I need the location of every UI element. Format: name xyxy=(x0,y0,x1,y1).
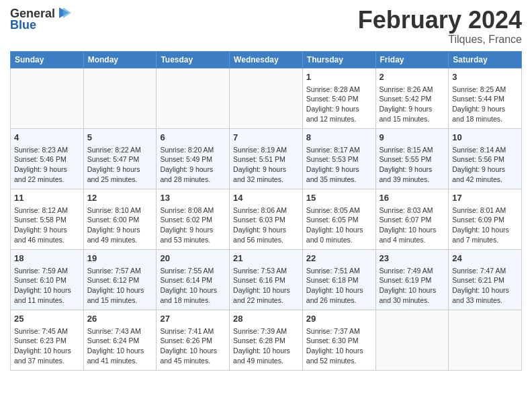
day-info: Sunrise: 8:10 AMSunset: 6:00 PMDaylight:… xyxy=(87,205,153,245)
table-row: 3Sunrise: 8:25 AMSunset: 5:44 PMDaylight… xyxy=(449,68,522,128)
page-header: General Blue February 2024 Tilques, Fran… xyxy=(10,7,522,46)
table-row: 1Sunrise: 8:28 AMSunset: 5:40 PMDaylight… xyxy=(302,68,375,128)
col-saturday: Saturday xyxy=(449,51,522,68)
day-info: Sunrise: 8:22 AMSunset: 5:47 PMDaylight:… xyxy=(87,145,153,185)
day-info: Sunrise: 8:23 AMSunset: 5:46 PMDaylight:… xyxy=(14,145,80,185)
week-row-1: 1Sunrise: 8:28 AMSunset: 5:40 PMDaylight… xyxy=(11,68,522,128)
table-row: 14Sunrise: 8:06 AMSunset: 6:03 PMDayligh… xyxy=(230,189,303,249)
table-row: 13Sunrise: 8:08 AMSunset: 6:02 PMDayligh… xyxy=(157,189,230,249)
table-row: 11Sunrise: 8:12 AMSunset: 5:58 PMDayligh… xyxy=(11,189,84,249)
week-row-3: 11Sunrise: 8:12 AMSunset: 5:58 PMDayligh… xyxy=(11,189,522,249)
table-row: 9Sunrise: 8:15 AMSunset: 5:55 PMDaylight… xyxy=(375,128,449,189)
col-tuesday: Tuesday xyxy=(157,51,230,68)
table-row: 10Sunrise: 8:14 AMSunset: 5:56 PMDayligh… xyxy=(449,128,522,189)
day-number: 2 xyxy=(380,71,445,83)
table-row: 25Sunrise: 7:45 AMSunset: 6:23 PMDayligh… xyxy=(11,310,84,370)
day-info: Sunrise: 7:53 AMSunset: 6:16 PMDaylight:… xyxy=(233,266,299,306)
col-friday: Friday xyxy=(375,51,449,68)
svg-marker-1 xyxy=(63,7,71,18)
day-number: 1 xyxy=(306,71,372,83)
day-info: Sunrise: 7:51 AMSunset: 6:18 PMDaylight:… xyxy=(306,266,372,306)
day-info: Sunrise: 7:59 AMSunset: 6:10 PMDaylight:… xyxy=(14,266,80,306)
table-row: 8Sunrise: 8:17 AMSunset: 5:53 PMDaylight… xyxy=(302,128,375,189)
day-number: 11 xyxy=(14,192,80,204)
table-row: 28Sunrise: 7:39 AMSunset: 6:28 PMDayligh… xyxy=(230,310,303,370)
day-number: 10 xyxy=(452,132,518,144)
calendar-header-row: Sunday Monday Tuesday Wednesday Thursday… xyxy=(11,51,522,68)
day-number: 29 xyxy=(306,313,372,325)
day-number: 16 xyxy=(380,192,445,204)
day-number: 20 xyxy=(160,253,226,265)
month-title: February 2024 xyxy=(358,7,522,34)
logo-blue: Blue xyxy=(10,18,36,32)
day-number: 8 xyxy=(306,132,372,144)
table-row: 18Sunrise: 7:59 AMSunset: 6:10 PMDayligh… xyxy=(11,249,84,310)
table-row: 21Sunrise: 7:53 AMSunset: 6:16 PMDayligh… xyxy=(230,249,303,310)
table-row: 6Sunrise: 8:20 AMSunset: 5:49 PMDaylight… xyxy=(157,128,230,189)
day-info: Sunrise: 7:45 AMSunset: 6:23 PMDaylight:… xyxy=(14,326,80,366)
col-thursday: Thursday xyxy=(302,51,375,68)
day-number: 7 xyxy=(233,132,299,144)
table-row xyxy=(83,68,157,128)
table-row xyxy=(449,310,522,370)
logo-icon xyxy=(56,6,71,21)
day-number: 9 xyxy=(380,132,445,144)
table-row: 17Sunrise: 8:01 AMSunset: 6:09 PMDayligh… xyxy=(449,189,522,249)
day-info: Sunrise: 7:37 AMSunset: 6:30 PMDaylight:… xyxy=(306,326,372,366)
day-info: Sunrise: 8:14 AMSunset: 5:56 PMDaylight:… xyxy=(452,145,518,185)
day-number: 18 xyxy=(14,253,80,265)
table-row xyxy=(11,68,84,128)
day-info: Sunrise: 8:25 AMSunset: 5:44 PMDaylight:… xyxy=(452,85,518,124)
day-info: Sunrise: 8:19 AMSunset: 5:51 PMDaylight:… xyxy=(233,145,299,185)
table-row: 26Sunrise: 7:43 AMSunset: 6:24 PMDayligh… xyxy=(83,310,157,370)
calendar-table: Sunday Monday Tuesday Wednesday Thursday… xyxy=(10,51,522,371)
table-row: 20Sunrise: 7:55 AMSunset: 6:14 PMDayligh… xyxy=(157,249,230,310)
table-row xyxy=(157,68,230,128)
location-title: Tilques, France xyxy=(358,34,522,46)
week-row-5: 25Sunrise: 7:45 AMSunset: 6:23 PMDayligh… xyxy=(11,310,522,370)
day-number: 5 xyxy=(87,132,153,144)
week-row-2: 4Sunrise: 8:23 AMSunset: 5:46 PMDaylight… xyxy=(11,128,522,189)
day-number: 27 xyxy=(160,313,226,325)
day-info: Sunrise: 8:20 AMSunset: 5:49 PMDaylight:… xyxy=(160,145,226,185)
table-row: 7Sunrise: 8:19 AMSunset: 5:51 PMDaylight… xyxy=(230,128,303,189)
day-number: 13 xyxy=(160,192,226,204)
title-block: February 2024 Tilques, France xyxy=(358,7,522,46)
col-wednesday: Wednesday xyxy=(230,51,303,68)
day-number: 21 xyxy=(233,253,299,265)
table-row: 4Sunrise: 8:23 AMSunset: 5:46 PMDaylight… xyxy=(11,128,84,189)
day-number: 12 xyxy=(87,192,153,204)
col-sunday: Sunday xyxy=(11,51,84,68)
day-info: Sunrise: 8:15 AMSunset: 5:55 PMDaylight:… xyxy=(380,145,445,185)
day-number: 24 xyxy=(452,253,518,265)
table-row xyxy=(375,310,449,370)
day-info: Sunrise: 7:47 AMSunset: 6:21 PMDaylight:… xyxy=(452,266,518,306)
table-row: 24Sunrise: 7:47 AMSunset: 6:21 PMDayligh… xyxy=(449,249,522,310)
logo: General Blue xyxy=(10,7,71,32)
day-info: Sunrise: 8:01 AMSunset: 6:09 PMDaylight:… xyxy=(452,205,518,245)
day-info: Sunrise: 7:43 AMSunset: 6:24 PMDaylight:… xyxy=(87,326,153,366)
table-row xyxy=(230,68,303,128)
table-row: 22Sunrise: 7:51 AMSunset: 6:18 PMDayligh… xyxy=(302,249,375,310)
table-row: 16Sunrise: 8:03 AMSunset: 6:07 PMDayligh… xyxy=(375,189,449,249)
day-info: Sunrise: 8:03 AMSunset: 6:07 PMDaylight:… xyxy=(380,205,445,245)
day-number: 26 xyxy=(87,313,153,325)
day-info: Sunrise: 8:17 AMSunset: 5:53 PMDaylight:… xyxy=(306,145,372,185)
day-info: Sunrise: 7:55 AMSunset: 6:14 PMDaylight:… xyxy=(160,266,226,306)
day-number: 28 xyxy=(233,313,299,325)
day-info: Sunrise: 8:06 AMSunset: 6:03 PMDaylight:… xyxy=(233,205,299,245)
day-info: Sunrise: 7:39 AMSunset: 6:28 PMDaylight:… xyxy=(233,326,299,366)
table-row: 23Sunrise: 7:49 AMSunset: 6:19 PMDayligh… xyxy=(375,249,449,310)
table-row: 19Sunrise: 7:57 AMSunset: 6:12 PMDayligh… xyxy=(83,249,157,310)
day-number: 23 xyxy=(380,253,445,265)
day-info: Sunrise: 7:57 AMSunset: 6:12 PMDaylight:… xyxy=(87,266,153,306)
table-row: 5Sunrise: 8:22 AMSunset: 5:47 PMDaylight… xyxy=(83,128,157,189)
table-row: 27Sunrise: 7:41 AMSunset: 6:26 PMDayligh… xyxy=(157,310,230,370)
table-row: 29Sunrise: 7:37 AMSunset: 6:30 PMDayligh… xyxy=(302,310,375,370)
day-number: 3 xyxy=(452,71,518,83)
day-number: 19 xyxy=(87,253,153,265)
day-number: 17 xyxy=(452,192,518,204)
day-info: Sunrise: 8:05 AMSunset: 6:05 PMDaylight:… xyxy=(306,205,372,245)
day-info: Sunrise: 8:28 AMSunset: 5:40 PMDaylight:… xyxy=(306,85,372,124)
day-number: 15 xyxy=(306,192,372,204)
